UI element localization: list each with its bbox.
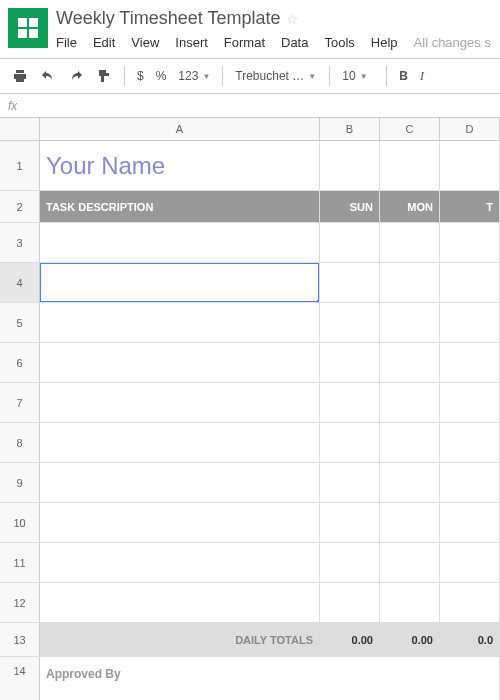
row-header-3[interactable]: 3 bbox=[0, 223, 40, 262]
select-all-corner[interactable] bbox=[0, 118, 40, 140]
row-header-11[interactable]: 11 bbox=[0, 543, 40, 582]
cell[interactable] bbox=[40, 543, 320, 582]
menu-insert[interactable]: Insert bbox=[175, 35, 208, 50]
cell[interactable] bbox=[380, 263, 440, 302]
row-header-1[interactable]: 1 bbox=[0, 141, 40, 190]
star-icon[interactable]: ☆ bbox=[286, 11, 299, 27]
cell[interactable] bbox=[380, 383, 440, 422]
cell[interactable] bbox=[40, 383, 320, 422]
row-header-10[interactable]: 10 bbox=[0, 503, 40, 542]
col-header-c[interactable]: C bbox=[380, 118, 440, 140]
row-11: 11 bbox=[0, 543, 500, 583]
cell[interactable] bbox=[380, 423, 440, 462]
total-sun[interactable]: 0.00 bbox=[320, 623, 380, 656]
row-header-13[interactable]: 13 bbox=[0, 623, 40, 656]
cell[interactable] bbox=[320, 263, 380, 302]
cell[interactable] bbox=[380, 543, 440, 582]
format-currency-button[interactable]: $ bbox=[133, 69, 148, 83]
row-header-5[interactable]: 5 bbox=[0, 303, 40, 342]
formula-bar[interactable]: fx bbox=[0, 94, 500, 118]
header-tue[interactable]: T bbox=[440, 191, 500, 222]
cell[interactable] bbox=[320, 141, 380, 190]
cell[interactable] bbox=[380, 223, 440, 262]
cell[interactable] bbox=[440, 423, 500, 462]
row-header-4[interactable]: 4 bbox=[0, 263, 40, 302]
header-sun[interactable]: SUN bbox=[320, 191, 380, 222]
menu-view[interactable]: View bbox=[131, 35, 159, 50]
menu-tools[interactable]: Tools bbox=[324, 35, 354, 50]
cell[interactable] bbox=[380, 583, 440, 622]
cell[interactable] bbox=[40, 303, 320, 342]
number-format-select[interactable]: 123▼ bbox=[174, 67, 214, 85]
approved-by-field[interactable] bbox=[40, 685, 500, 700]
cell[interactable] bbox=[320, 583, 380, 622]
row-header-14[interactable]: 14 bbox=[0, 657, 40, 685]
cell-title[interactable]: Your Name bbox=[40, 141, 320, 190]
print-icon[interactable] bbox=[8, 64, 32, 88]
cell[interactable] bbox=[380, 503, 440, 542]
row-header-7[interactable]: 7 bbox=[0, 383, 40, 422]
cell[interactable] bbox=[440, 343, 500, 382]
cell[interactable] bbox=[40, 463, 320, 502]
total-mon[interactable]: 0.00 bbox=[380, 623, 440, 656]
font-select[interactable]: Trebuchet …▼ bbox=[231, 67, 321, 85]
cell[interactable] bbox=[380, 463, 440, 502]
bold-button[interactable]: B bbox=[395, 69, 412, 83]
cell[interactable] bbox=[40, 343, 320, 382]
cell[interactable] bbox=[440, 223, 500, 262]
daily-totals-label[interactable]: DAILY TOTALS bbox=[40, 623, 320, 656]
cell[interactable] bbox=[440, 383, 500, 422]
menu-data[interactable]: Data bbox=[281, 35, 308, 50]
row-6: 6 bbox=[0, 343, 500, 383]
cell[interactable] bbox=[440, 503, 500, 542]
row-header-9[interactable]: 9 bbox=[0, 463, 40, 502]
redo-icon[interactable] bbox=[64, 64, 88, 88]
cell[interactable] bbox=[380, 343, 440, 382]
cell[interactable] bbox=[440, 141, 500, 190]
row-13-totals: 13 DAILY TOTALS 0.00 0.00 0.0 bbox=[0, 623, 500, 657]
cell[interactable] bbox=[40, 503, 320, 542]
row-header-6[interactable]: 6 bbox=[0, 343, 40, 382]
approved-by-label[interactable]: Approved By bbox=[40, 657, 500, 685]
document-title[interactable]: Weekly Timesheet Template bbox=[56, 8, 280, 29]
cell[interactable] bbox=[380, 141, 440, 190]
row-header-12[interactable]: 12 bbox=[0, 583, 40, 622]
italic-button[interactable]: I bbox=[416, 69, 428, 84]
cell[interactable] bbox=[40, 223, 320, 262]
cell[interactable] bbox=[320, 223, 380, 262]
cell[interactable] bbox=[40, 583, 320, 622]
cell[interactable] bbox=[320, 423, 380, 462]
cell[interactable] bbox=[320, 503, 380, 542]
cell[interactable] bbox=[320, 343, 380, 382]
menu-edit[interactable]: Edit bbox=[93, 35, 115, 50]
cell[interactable] bbox=[440, 543, 500, 582]
cell[interactable] bbox=[320, 303, 380, 342]
row-header-2[interactable]: 2 bbox=[0, 191, 40, 222]
row-header-8[interactable]: 8 bbox=[0, 423, 40, 462]
row-header-15[interactable]: 15 bbox=[0, 685, 40, 700]
sheets-logo[interactable] bbox=[8, 8, 48, 48]
cell[interactable] bbox=[320, 543, 380, 582]
cell[interactable] bbox=[440, 463, 500, 502]
col-header-b[interactable]: B bbox=[320, 118, 380, 140]
col-header-a[interactable]: A bbox=[40, 118, 320, 140]
cell[interactable] bbox=[440, 263, 500, 302]
cell[interactable] bbox=[380, 303, 440, 342]
format-percent-button[interactable]: % bbox=[152, 69, 171, 83]
total-tue[interactable]: 0.0 bbox=[440, 623, 500, 656]
undo-icon[interactable] bbox=[36, 64, 60, 88]
header-task[interactable]: TASK DESCRIPTION bbox=[40, 191, 320, 222]
menu-format[interactable]: Format bbox=[224, 35, 265, 50]
font-size-select[interactable]: 10▼ bbox=[338, 67, 378, 85]
cell[interactable] bbox=[440, 303, 500, 342]
cell[interactable] bbox=[320, 463, 380, 502]
menu-help[interactable]: Help bbox=[371, 35, 398, 50]
paint-format-icon[interactable] bbox=[92, 64, 116, 88]
cell[interactable] bbox=[40, 423, 320, 462]
col-header-d[interactable]: D bbox=[440, 118, 500, 140]
cell[interactable] bbox=[440, 583, 500, 622]
header-mon[interactable]: MON bbox=[380, 191, 440, 222]
cell-selected[interactable] bbox=[40, 263, 320, 302]
menu-file[interactable]: File bbox=[56, 35, 77, 50]
cell[interactable] bbox=[320, 383, 380, 422]
